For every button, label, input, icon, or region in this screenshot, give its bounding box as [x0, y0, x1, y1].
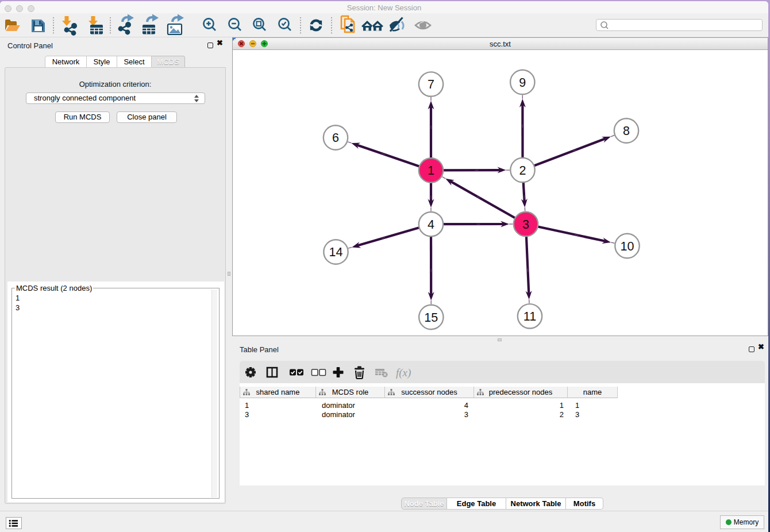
svg-text:7: 7 — [428, 78, 434, 91]
svg-text:10: 10 — [621, 240, 634, 253]
svg-text:1: 1 — [428, 164, 434, 178]
svg-text:2: 2 — [519, 164, 526, 178]
svg-text:11: 11 — [523, 310, 536, 323]
svg-text:4: 4 — [428, 218, 434, 232]
svg-text:8: 8 — [623, 124, 630, 138]
svg-text:15: 15 — [424, 311, 438, 325]
svg-text:f(x): f(x) — [396, 367, 411, 379]
svg-text:14: 14 — [329, 245, 343, 259]
svg-text:3: 3 — [522, 218, 529, 232]
svg-text:9: 9 — [519, 76, 526, 90]
svg-text:6: 6 — [332, 131, 339, 145]
